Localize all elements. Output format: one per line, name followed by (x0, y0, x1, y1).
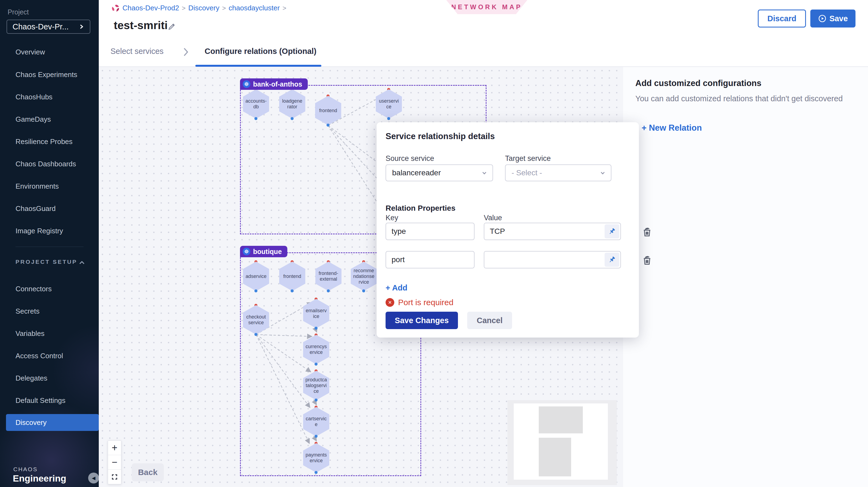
chevron-right-icon (79, 24, 84, 30)
minimap-viewport (514, 403, 608, 480)
egress-dot (254, 290, 257, 292)
sidebar-divider (16, 247, 84, 247)
delete-row-button[interactable] (641, 254, 653, 267)
pin-icon (608, 255, 616, 264)
cluster-name: bank-of-anthos (253, 80, 302, 88)
sidebar-item-variables[interactable]: Variables (0, 326, 99, 341)
service-node[interactable]: frontend-external (315, 260, 341, 292)
minimap[interactable] (507, 400, 617, 485)
service-node[interactable]: cartservice (303, 405, 329, 438)
tab-configure-relations[interactable]: Configure relations (Optional) (205, 47, 316, 56)
service-node[interactable]: frontend (279, 260, 305, 292)
sidebar-item-overview[interactable]: Overview (0, 44, 99, 60)
breadcrumb-link-discovery[interactable]: Discovery (188, 4, 219, 12)
sidebar-item-chaosguard[interactable]: ChaosGuard (0, 201, 99, 216)
sidebar-item-secrets[interactable]: Secrets (0, 303, 99, 319)
tab-select-services[interactable]: Select services (111, 47, 163, 56)
service-node[interactable]: checkoutservice (243, 304, 269, 336)
kubernetes-icon: ☸ (243, 248, 250, 255)
relation-properties-heading: Relation Properties (385, 204, 456, 213)
egress-dot (254, 333, 257, 336)
service-node-label: checkoutservice (245, 314, 267, 326)
panel-heading: Add customized configurations (636, 79, 761, 88)
sidebar-item-resilience-probes[interactable]: Resilience Probes (0, 134, 99, 149)
service-node[interactable]: emailservice (303, 298, 329, 330)
sidebar-item-chaoshubs[interactable]: ChaosHubs (0, 89, 99, 105)
new-relation-link[interactable]: + New Relation (642, 123, 702, 133)
sidebar-item-access-control[interactable]: Access Control (0, 348, 99, 364)
save-changes-button[interactable]: Save Changes (385, 312, 458, 329)
service-node[interactable]: recommendationservice (351, 260, 377, 292)
chevron-separator-icon: > (222, 4, 226, 12)
sidebar-item-chaos-experiments[interactable]: Chaos Experiments (0, 67, 99, 83)
project-selector-value: Chaos-Dev-Pr... (12, 22, 68, 31)
back-button[interactable]: Back (132, 463, 164, 481)
delete-row-button[interactable] (641, 226, 653, 239)
sidebar-item-discovery[interactable]: Discovery (6, 414, 99, 431)
play-icon (818, 14, 827, 23)
egress-dot (314, 398, 317, 401)
active-tab-underline (195, 65, 321, 67)
sidebar-item-connectors[interactable]: Connectors (0, 281, 99, 297)
minimap-cluster-thumb (539, 438, 571, 476)
add-property-link[interactable]: + Add (385, 283, 407, 292)
value-input-row2[interactable] (484, 251, 603, 268)
cancel-button[interactable]: Cancel (467, 312, 512, 329)
source-service-select[interactable]: balancereader (385, 164, 493, 181)
project-setup-heading[interactable]: PROJECT SETUP (16, 258, 77, 265)
cluster-badge-bank-of-anthos[interactable]: ☸ bank-of-anthos (240, 79, 308, 90)
sidebar-item-default-settings[interactable]: Default Settings (0, 393, 99, 408)
edit-title-icon[interactable] (167, 22, 176, 31)
service-node-label: accounts-db (245, 98, 267, 110)
chevron-up-icon[interactable] (79, 259, 86, 266)
kubernetes-icon: ☸ (243, 80, 250, 88)
service-node[interactable]: frontend (315, 94, 341, 127)
value-input-row1[interactable] (484, 223, 603, 240)
chevron-right-icon (182, 46, 190, 58)
cluster-badge-boutique[interactable]: ☸ boutique (240, 246, 287, 257)
chaos-logo-icon (112, 4, 120, 12)
sidebar-collapse-button[interactable]: ◀ (88, 473, 99, 483)
project-selector[interactable]: Chaos-Dev-Pr... (6, 20, 90, 34)
pin-value-button[interactable] (604, 253, 619, 267)
value-field-row1 (484, 223, 621, 240)
canvas-zoom-controls: + − (108, 440, 121, 484)
brand-module-name: Engineering (13, 473, 66, 484)
sidebar-item-image-registry[interactable]: Image Registry (0, 223, 99, 239)
service-node[interactable]: adservice (243, 260, 269, 292)
sidebar-item-gamedays[interactable]: GameDays (0, 111, 99, 127)
breadcrumb-link-agent[interactable]: chaosdaycluster (228, 4, 280, 12)
panel-description: You can add customized relations that di… (636, 94, 856, 103)
egress-dot (290, 290, 293, 292)
sidebar-item-delegates[interactable]: Delegates (0, 370, 99, 386)
service-node[interactable]: productcatalogservice (303, 369, 329, 401)
key-input-row2[interactable] (385, 251, 474, 268)
service-node[interactable]: userservice (376, 88, 402, 120)
zoom-in-button[interactable]: + (108, 441, 121, 455)
service-node-label: cartservice (305, 416, 327, 427)
egress-dot (327, 290, 330, 292)
service-node[interactable]: currencyservice (303, 333, 329, 366)
pin-value-button[interactable] (604, 224, 619, 239)
discard-button[interactable]: Discard (758, 9, 806, 28)
zoom-out-button[interactable]: − (108, 455, 121, 469)
breadcrumb-link-project[interactable]: Chaos-Dev-Prod2 (122, 4, 179, 12)
customized-configurations-panel: Add customized configurations You can ad… (623, 67, 868, 487)
sidebar-item-environments[interactable]: Environments (0, 178, 99, 194)
target-service-select[interactable]: - Select - (505, 164, 612, 181)
source-service-value: balancereader (392, 169, 441, 177)
sidebar-item-chaos-dashboards[interactable]: Chaos Dashboards (0, 156, 99, 172)
egress-dot (327, 124, 330, 127)
egress-dot (387, 117, 390, 120)
key-column-label: Key (385, 214, 398, 222)
service-node[interactable]: accounts-db (243, 88, 269, 120)
service-node-label: paymentservice (305, 452, 327, 464)
fit-view-button[interactable] (108, 469, 121, 484)
service-node[interactable]: loadgenerator (279, 88, 305, 120)
service-node[interactable]: paymentservice (303, 442, 329, 474)
value-field-row2 (484, 251, 621, 268)
pin-icon (608, 227, 616, 236)
key-input-row1[interactable] (385, 223, 474, 240)
service-node-label: userservice (378, 98, 400, 110)
save-button[interactable]: Save (810, 9, 856, 28)
